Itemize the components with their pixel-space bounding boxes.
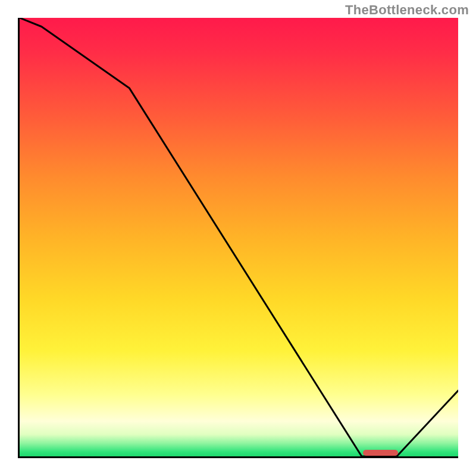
chart-plot-area bbox=[18, 18, 458, 458]
attribution-text: TheBottleneck.com bbox=[345, 2, 469, 18]
chart-highlight-segment bbox=[363, 450, 398, 456]
chart-gradient-background bbox=[20, 18, 458, 456]
